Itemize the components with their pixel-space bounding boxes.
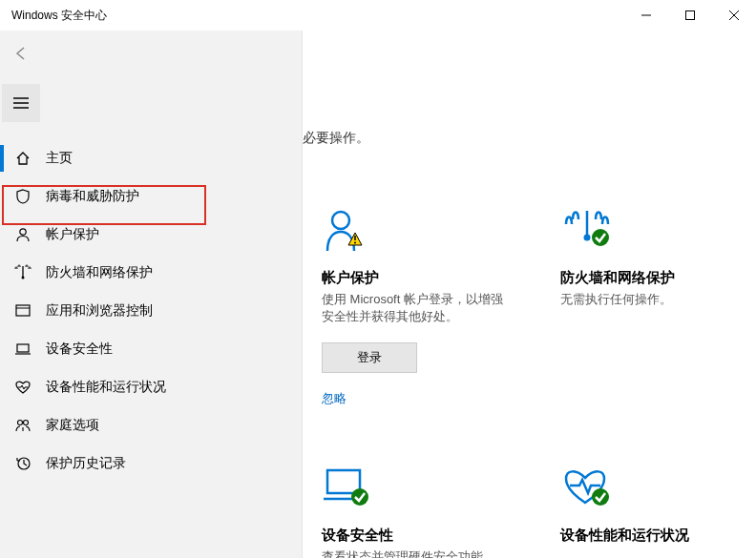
sidebar-item-label: 家庭选项	[46, 417, 99, 434]
sidebar-item-label: 设备性能和运行状况	[46, 379, 166, 396]
sidebar-item-home[interactable]: 主页	[0, 139, 302, 177]
signin-button[interactable]: 登录	[322, 342, 417, 373]
card-title: 帐户保护	[322, 269, 503, 287]
svg-point-22	[592, 229, 609, 246]
svg-rect-1	[686, 11, 695, 20]
device-security-icon	[13, 340, 32, 359]
card-title: 防火墙和网络保护	[560, 269, 742, 287]
card-row-2: 设备安全性 查看状态并管理硬件安全功能。 设备性能和运行状况	[322, 460, 742, 558]
svg-rect-10	[16, 305, 30, 316]
sidebar-item-label: 保护历史记录	[46, 455, 126, 472]
minimize-button[interactable]	[624, 0, 668, 31]
sidebar-item-history[interactable]: 保护历史记录	[0, 444, 302, 483]
svg-point-26	[592, 488, 609, 506]
firewall-icon	[13, 263, 32, 282]
firewall-ok-icon	[560, 202, 742, 259]
card-desc: 查看状态并管理硬件安全功能。	[322, 548, 503, 558]
sidebar-item-firewall[interactable]: 防火墙和网络保护	[0, 254, 302, 292]
home-icon	[13, 149, 32, 168]
health-icon	[13, 378, 32, 397]
app-browser-icon	[13, 301, 32, 320]
card-firewall: 防火墙和网络保护 无需执行任何操作。	[560, 202, 742, 407]
window-controls	[624, 0, 756, 31]
sidebar-item-health[interactable]: 设备性能和运行状况	[0, 368, 302, 406]
hamburger-button[interactable]	[2, 84, 40, 122]
sidebar-item-label: 病毒和威胁防护	[46, 188, 139, 205]
card-device-security: 设备安全性 查看状态并管理硬件安全功能。	[322, 460, 503, 558]
svg-point-17	[332, 212, 349, 229]
card-account-protection: 帐户保护 使用 Microsoft 帐户登录，以增强安全性并获得其他好处。 登录…	[322, 202, 503, 407]
sidebar: 主页 病毒和威胁防护 帐户保护 防火墙和网络保护 应用和浏览器控制	[0, 31, 303, 558]
svg-point-9	[22, 277, 25, 279]
svg-point-14	[18, 421, 23, 425]
sidebar-item-label: 主页	[46, 150, 73, 167]
svg-point-25	[351, 488, 368, 506]
device-security-ok-icon	[322, 460, 503, 517]
svg-point-15	[24, 421, 29, 425]
account-warning-icon	[322, 202, 503, 259]
card-health: 设备性能和运行状况	[560, 460, 742, 558]
card-title: 设备性能和运行状况	[560, 527, 742, 545]
close-button[interactable]	[712, 0, 756, 31]
svg-rect-23	[327, 470, 360, 493]
sidebar-item-device-security[interactable]: 设备安全性	[0, 330, 302, 368]
sidebar-item-virus[interactable]: 病毒和威胁防护	[0, 177, 302, 216]
sidebar-item-label: 应用和浏览器控制	[46, 302, 153, 320]
shield-icon	[13, 187, 32, 206]
sidebar-item-label: 设备安全性	[46, 341, 113, 358]
back-button[interactable]	[2, 34, 40, 72]
window-title: Windows 安全中心	[11, 8, 107, 24]
partial-text: 必要操作。	[303, 130, 369, 147]
card-title: 设备安全性	[322, 527, 503, 545]
maximize-button[interactable]	[668, 0, 712, 31]
sidebar-item-account[interactable]: 帐户保护	[0, 216, 302, 254]
svg-point-19	[354, 242, 356, 244]
svg-point-7	[20, 229, 26, 235]
sidebar-item-family[interactable]: 家庭选项	[0, 406, 302, 444]
account-icon	[13, 225, 32, 244]
history-icon	[13, 454, 32, 473]
card-desc: 使用 Microsoft 帐户登录，以增强安全性并获得其他好处。	[322, 291, 503, 325]
sidebar-item-label: 防火墙和网络保护	[46, 264, 153, 281]
svg-point-21	[584, 235, 591, 241]
svg-rect-12	[17, 344, 29, 352]
dismiss-link[interactable]: 忽略	[322, 390, 503, 407]
nav-list: 主页 病毒和威胁防护 帐户保护 防火墙和网络保护 应用和浏览器控制	[0, 139, 302, 483]
health-ok-icon	[560, 460, 742, 517]
sidebar-item-app-browser[interactable]: 应用和浏览器控制	[0, 292, 302, 330]
card-row-1: 帐户保护 使用 Microsoft 帐户登录，以增强安全性并获得其他好处。 登录…	[322, 202, 742, 407]
main-content: 必要操作。 帐户保护 使用 Microsoft 帐户登录，以增强安全性并获得其他…	[303, 31, 756, 558]
family-icon	[13, 416, 32, 435]
sidebar-item-label: 帐户保护	[46, 226, 99, 243]
titlebar: Windows 安全中心	[0, 0, 756, 31]
card-desc: 无需执行任何操作。	[560, 291, 742, 308]
